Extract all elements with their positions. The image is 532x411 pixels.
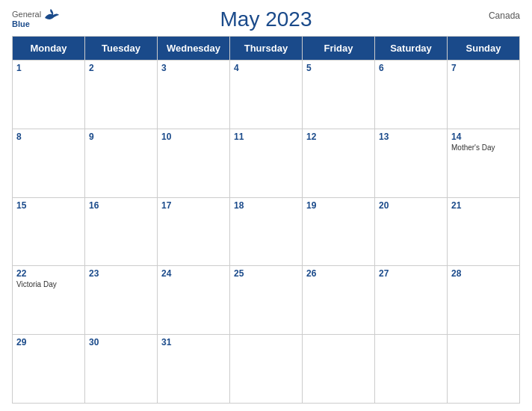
day-cell xyxy=(375,335,448,404)
day-cell: 3 xyxy=(158,61,230,129)
day-number: 15 xyxy=(16,200,81,211)
day-number: 13 xyxy=(379,132,443,142)
day-number: 1 xyxy=(16,63,81,73)
day-cell: 23 xyxy=(85,266,158,335)
day-number: 31 xyxy=(161,337,226,347)
day-number: 28 xyxy=(451,268,516,279)
country-label: Canada xyxy=(489,10,520,21)
day-number: 6 xyxy=(379,63,443,73)
day-number: 2 xyxy=(89,63,153,73)
day-number: 21 xyxy=(451,200,516,211)
day-cell: 11 xyxy=(230,129,303,198)
day-cell: 5 xyxy=(303,61,375,129)
day-cell: 29 xyxy=(13,335,85,404)
day-cell: 21 xyxy=(448,198,520,267)
logo-area: General Blue xyxy=(12,7,60,28)
day-number: 23 xyxy=(89,268,153,279)
day-number: 11 xyxy=(234,132,298,142)
day-number: 9 xyxy=(89,132,153,142)
calendar-grid: Monday Tuesday Wednesday Thursday Friday… xyxy=(12,36,520,404)
week-row-4: 22Victoria Day232425262728 xyxy=(13,266,520,335)
day-cell: 4 xyxy=(230,61,303,129)
day-cell: 9 xyxy=(85,129,158,198)
col-saturday: Saturday xyxy=(375,37,448,61)
day-cell: 13 xyxy=(375,129,448,198)
day-cell: 7 xyxy=(448,61,520,129)
day-cell xyxy=(230,335,303,404)
day-number: 4 xyxy=(234,63,298,73)
day-cell: 6 xyxy=(375,61,448,129)
day-cell: 27 xyxy=(375,266,448,335)
day-number: 26 xyxy=(306,268,371,279)
calendar-wrapper: General Blue May 2023 Canada Monday Tues… xyxy=(0,0,532,411)
day-number: 8 xyxy=(16,132,81,142)
day-cell: 14Mother's Day xyxy=(448,129,520,198)
day-number: 30 xyxy=(89,337,153,347)
col-thursday: Thursday xyxy=(230,37,303,61)
day-cell xyxy=(303,335,375,404)
col-monday: Monday xyxy=(13,37,85,61)
header-row: Monday Tuesday Wednesday Thursday Friday… xyxy=(13,37,520,61)
day-cell: 18 xyxy=(230,198,303,267)
day-number: 17 xyxy=(161,200,226,211)
day-number: 16 xyxy=(89,200,153,211)
day-number: 5 xyxy=(306,63,371,73)
week-row-3: 15161718192021 xyxy=(13,198,520,267)
calendar-title: May 2023 xyxy=(220,7,312,31)
day-cell: 15 xyxy=(13,198,85,267)
week-row-2: 891011121314Mother's Day xyxy=(13,129,520,198)
col-wednesday: Wednesday xyxy=(158,37,230,61)
col-friday: Friday xyxy=(303,37,375,61)
day-cell: 8 xyxy=(13,129,85,198)
day-number: 24 xyxy=(161,268,226,279)
col-sunday: Sunday xyxy=(448,37,520,61)
day-cell: 24 xyxy=(158,266,230,335)
day-number: 20 xyxy=(379,200,443,211)
day-cell: 31 xyxy=(158,335,230,404)
day-number: 7 xyxy=(451,63,516,73)
day-number: 3 xyxy=(161,63,226,73)
day-number: 27 xyxy=(379,268,443,279)
day-number: 22 xyxy=(16,268,81,279)
day-number: 12 xyxy=(306,132,371,142)
logo-bird-icon xyxy=(43,7,60,21)
day-cell: 12 xyxy=(303,129,375,198)
week-row-5: 293031 xyxy=(13,335,520,404)
day-cell: 17 xyxy=(158,198,230,267)
holiday-label: Victoria Day xyxy=(16,280,81,289)
week-row-1: 1234567 xyxy=(13,61,520,129)
day-cell: 10 xyxy=(158,129,230,198)
day-cell: 1 xyxy=(13,61,85,129)
day-cell: 26 xyxy=(303,266,375,335)
logo-general-text: General xyxy=(12,10,41,19)
day-cell xyxy=(448,335,520,404)
holiday-label: Mother's Day xyxy=(451,143,516,152)
col-tuesday: Tuesday xyxy=(85,37,158,61)
day-number: 14 xyxy=(451,132,516,142)
day-cell: 16 xyxy=(85,198,158,267)
day-cell: 28 xyxy=(448,266,520,335)
day-number: 29 xyxy=(16,337,81,347)
day-cell: 25 xyxy=(230,266,303,335)
day-number: 18 xyxy=(234,200,298,211)
calendar-header: General Blue May 2023 Canada xyxy=(12,7,520,31)
day-cell: 20 xyxy=(375,198,448,267)
logo-blue-text: Blue xyxy=(12,19,30,28)
day-number: 19 xyxy=(306,200,371,211)
day-number: 25 xyxy=(234,268,298,279)
day-cell: 2 xyxy=(85,61,158,129)
day-cell: 22Victoria Day xyxy=(13,266,85,335)
day-cell: 19 xyxy=(303,198,375,267)
day-cell: 30 xyxy=(85,335,158,404)
day-number: 10 xyxy=(161,132,226,142)
